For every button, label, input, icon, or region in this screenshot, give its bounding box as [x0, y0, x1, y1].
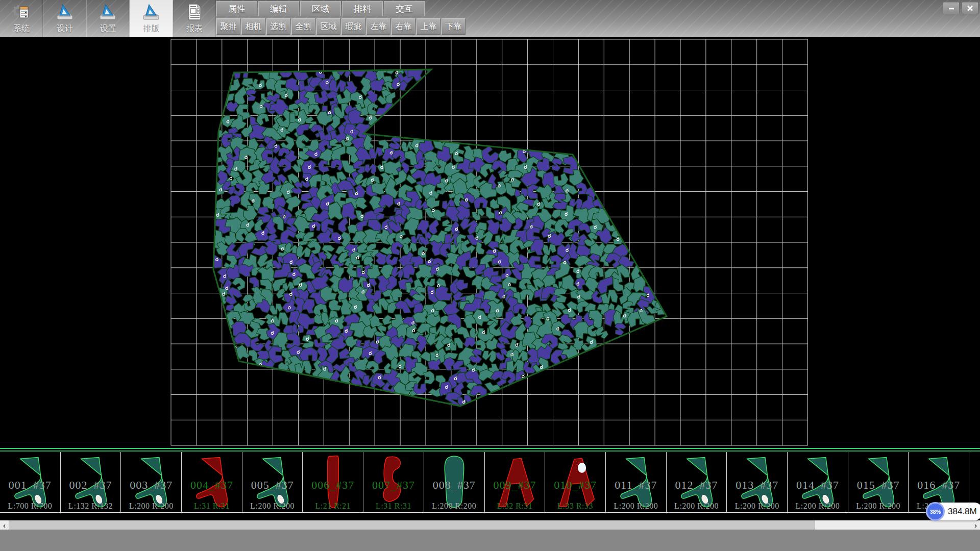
part-id-label: 014_#37 — [788, 479, 848, 492]
minimize-button[interactable] — [943, 2, 960, 14]
action-button-snap-down[interactable]: 下靠 — [442, 18, 465, 35]
part-thumbnail-015_#37[interactable]: 015_#37L:200 R:200 — [848, 452, 909, 512]
set-square-icon — [98, 2, 117, 23]
part-thumbnail-013_#37[interactable]: 013_#37L:200 R:200 — [727, 452, 788, 512]
part-id-label: 016_#37 — [909, 479, 969, 492]
menu-tab-edit[interactable]: 编辑 — [258, 1, 299, 16]
close-icon — [967, 5, 973, 11]
part-id-label: 002_#37 — [61, 479, 121, 492]
action-button-snap-up[interactable]: 上靠 — [416, 18, 440, 35]
part-id-label: 005_#37 — [242, 479, 303, 492]
toolbar-button-label: 设计 — [57, 23, 73, 34]
nesting-drawing — [0, 37, 980, 448]
toolbar-button-label: 报表 — [186, 23, 203, 34]
part-size-label: L:32 R:31 — [485, 502, 545, 511]
menu-tab-nesting[interactable]: 排料 — [342, 1, 383, 16]
strip-top-border-2 — [0, 450, 980, 452]
part-size-label: L:200 R:200 — [606, 502, 666, 511]
gear-document-icon — [12, 2, 31, 23]
part-size-label: L:31 R:31 — [182, 502, 242, 511]
part-size-label: L:21 R:21 — [303, 502, 363, 511]
part-id-label: 003_#37 — [121, 479, 181, 492]
parts-strip: 001_#37L:700 R:700002_#37L:132 R:132003_… — [0, 448, 980, 513]
set-square-icon — [55, 2, 75, 23]
part-id-label: 011_#37 — [606, 479, 666, 492]
part-size-label: L:132 R:132 — [61, 502, 121, 511]
action-button-select-cut[interactable]: 选割 — [266, 18, 290, 35]
part-size-label: L:200 R:200 — [848, 502, 909, 511]
part-size-label: L:200 R:200 — [788, 502, 848, 511]
progress-label: 38% — [930, 509, 941, 515]
action-button-cluster-nest[interactable]: 聚排 — [216, 18, 240, 35]
app-window: 系统 设计 设置 排版 报表 属性编辑区域排料交互 聚排相机选割全割区域瑕疵左靠… — [0, 0, 980, 551]
part-size-label: L:200 R:200 — [727, 502, 787, 511]
close-button[interactable] — [962, 2, 978, 14]
part-id-label: 007_#37 — [363, 479, 424, 492]
progress-circle: 38% — [926, 502, 945, 521]
scroll-right-icon[interactable]: › — [971, 520, 980, 530]
strip-top-border — [0, 448, 980, 449]
action-button-camera[interactable]: 相机 — [241, 18, 265, 35]
set-square-icon — [141, 2, 161, 23]
action-button-defect[interactable]: 瑕疵 — [341, 18, 365, 35]
part-size-label: L:200 R:200 — [121, 502, 181, 511]
menu-tab-bar: 属性编辑区域排料交互 — [216, 0, 937, 17]
scroll-left-icon[interactable]: ‹ — [0, 520, 9, 530]
part-id-label: 001_#37 — [0, 479, 60, 492]
nested-pieces — [206, 60, 667, 412]
horizontal-scrollbar[interactable]: ‹ › — [0, 520, 980, 530]
part-id-label: 010_#37 — [545, 479, 605, 492]
menu-tab-region[interactable]: 区域 — [300, 1, 341, 16]
part-thumbnail-001_#37[interactable]: 001_#37L:700 R:700 — [0, 452, 61, 512]
minimize-icon — [948, 5, 955, 11]
toolbar-button-design[interactable]: 设计 — [43, 0, 87, 37]
action-button-area[interactable]: 区域 — [316, 18, 340, 35]
part-id-label: 004_#37 — [182, 479, 242, 492]
toolbar-button-label: 排版 — [143, 23, 159, 34]
part-thumbnail-007_#37[interactable]: 007_#37L:31 R:31 — [363, 452, 424, 512]
part-id-label: 013_#37 — [727, 479, 787, 492]
part-thumbnail-003_#37[interactable]: 003_#37L:200 R:200 — [121, 452, 182, 512]
toolbar-button-label: 设置 — [100, 23, 116, 34]
menu-tab-properties[interactable]: 属性 — [216, 1, 257, 16]
toolbar-button-layout[interactable]: 排版 — [130, 0, 173, 37]
part-thumbnail-006_#37[interactable]: 006_#37L:21 R:21 — [303, 452, 364, 512]
part-size-label: L:200 R:200 — [424, 502, 484, 511]
scrollbar-thumb[interactable] — [9, 520, 815, 530]
part-size-label: L:200 R:200 — [667, 502, 727, 511]
part-thumbnail-004_#37[interactable]: 004_#37L:31 R:31 — [182, 452, 242, 512]
part-size-label: L:31 R:31 — [363, 502, 424, 511]
part-id-label: 009_#37 — [485, 479, 545, 492]
part-size-label: L:200 R:200 — [242, 502, 303, 511]
action-button-snap-right[interactable]: 右靠 — [391, 18, 415, 35]
main-toolbar: 系统 设计 设置 排版 报表 — [0, 0, 216, 37]
part-shape — [976, 453, 980, 510]
toolbar-button-settings[interactable]: 设置 — [87, 0, 130, 37]
menu-tab-interact[interactable]: 交互 — [384, 1, 425, 16]
toolbar-button-system[interactable]: 系统 — [0, 0, 43, 37]
part-size-label: L:700 R:700 — [0, 502, 60, 511]
memory-label: 384.8M — [948, 507, 977, 517]
part-thumbnail-009_#37[interactable]: 009_#37L:32 R:31 — [485, 452, 546, 512]
toolbar-button-label: 系统 — [13, 23, 30, 34]
action-button-cut-all[interactable]: 全割 — [291, 18, 315, 35]
toolbar-button-report[interactable]: 报表 — [173, 0, 216, 37]
nesting-canvas[interactable] — [0, 37, 980, 448]
part-thumbnail-002_#37[interactable]: 002_#37L:132 R:132 — [61, 452, 121, 512]
part-thumbnail-010_#37[interactable]: 010_#37L:33 R:33 — [545, 452, 606, 512]
part-thumbnail-011_#37[interactable]: 011_#37L:200 R:200 — [606, 452, 667, 512]
part-id-label: 008_#37 — [424, 479, 484, 492]
action-button-snap-left[interactable]: 左靠 — [366, 18, 390, 35]
window-controls — [941, 2, 978, 14]
part-thumbnail-008_#37[interactable]: 008_#37L:200 R:200 — [424, 452, 485, 512]
part-thumbnail-005_#37[interactable]: 005_#37L:200 R:200 — [242, 452, 303, 512]
part-id-label: 012_#37 — [667, 479, 727, 492]
part-thumbnail-012_#37[interactable]: 012_#37L:200 R:200 — [667, 452, 727, 512]
menu-area: 属性编辑区域排料交互 聚排相机选割全割区域瑕疵左靠右靠上靠下靠 — [216, 0, 937, 36]
part-thumbnail-014_#37[interactable]: 014_#37L:200 R:200 — [788, 452, 848, 512]
status-footer — [0, 530, 980, 551]
part-id-label: 015_#37 — [848, 479, 909, 492]
action-button-bar: 聚排相机选割全割区域瑕疵左靠右靠上靠下靠 — [216, 17, 937, 36]
memory-badge: 38% 384.8M — [926, 503, 980, 520]
toolbar: 系统 设计 设置 排版 报表 属性编辑区域排料交互 聚排相机选割全割区域瑕疵左靠… — [0, 0, 980, 37]
